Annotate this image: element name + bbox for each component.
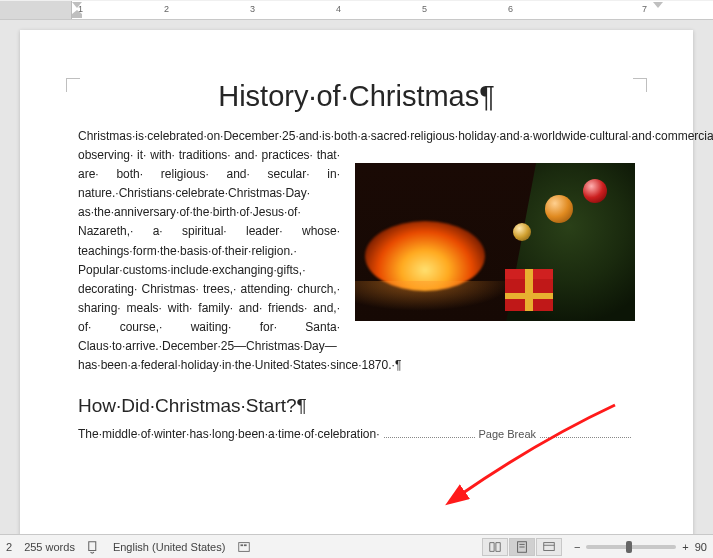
ruler-number: 2 — [164, 4, 169, 14]
margin-crop-mark — [633, 78, 647, 92]
view-print-layout-button[interactable] — [509, 538, 535, 556]
ruler-number: 4 — [336, 4, 341, 14]
status-bar: 2 255 words English (United States) − + … — [0, 534, 713, 558]
image-ornament-small — [513, 223, 531, 241]
zoom-value[interactable]: 90 — [695, 541, 707, 553]
zoom-out-button[interactable]: − — [574, 541, 580, 553]
ruler-number: 5 — [422, 4, 427, 14]
ruler-track[interactable]: 1 2 3 4 5 6 7 — [72, 1, 713, 19]
view-read-mode-button[interactable] — [482, 538, 508, 556]
document-title[interactable]: History·of·Christmas¶ — [78, 80, 635, 113]
document-body[interactable]: Christmas·is·celebrated·on·December·25·a… — [78, 127, 635, 375]
status-accessibility[interactable] — [237, 540, 251, 554]
paragraph-text[interactable]: Claus·to·arrive.·December·25—Christmas·D… — [78, 337, 635, 374]
status-word-count[interactable]: 255 words — [24, 541, 75, 553]
horizontal-ruler[interactable]: 1 2 3 4 5 6 7 — [0, 0, 713, 20]
image-fire-glow — [355, 281, 515, 311]
page-break-leader-dots — [540, 430, 631, 438]
ruler-number: 3 — [250, 4, 255, 14]
document-scroll-area[interactable]: History·of·Christmas¶ Christmas·is·celeb… — [0, 20, 713, 534]
web-layout-icon — [542, 540, 556, 554]
margin-crop-mark — [66, 78, 80, 92]
view-mode-buttons — [482, 538, 562, 556]
word-count-value: 255 words — [24, 541, 75, 553]
svg-rect-1 — [241, 544, 244, 546]
read-mode-icon — [488, 540, 502, 554]
ruler-number: 6 — [508, 4, 513, 14]
document-page[interactable]: History·of·Christmas¶ Christmas·is·celeb… — [20, 30, 693, 534]
paragraph-text[interactable]: Christmas·is·celebrated·on·December·25·a… — [78, 127, 635, 146]
zoom-slider[interactable] — [586, 545, 676, 549]
ruler-number: 7 — [642, 4, 647, 14]
status-spellcheck[interactable] — [87, 540, 101, 554]
language-value: English (United States) — [113, 541, 226, 553]
zoom-control: − + 90 — [574, 541, 707, 553]
zoom-slider-thumb[interactable] — [626, 541, 632, 553]
print-layout-icon — [515, 540, 529, 554]
page-break-leader-dots — [384, 430, 475, 438]
svg-rect-6 — [544, 542, 555, 550]
svg-rect-2 — [244, 544, 247, 546]
page-number-value: 2 — [6, 541, 12, 553]
page-break-line[interactable]: The·middle·of·winter·has·long·been·a·tim… — [78, 427, 635, 441]
svg-rect-0 — [239, 542, 250, 551]
accessibility-icon — [237, 540, 251, 554]
ruler-left-margin — [0, 1, 72, 19]
image-ornament-red — [583, 179, 607, 203]
image-ornament-gold — [545, 195, 573, 223]
image-gift-ribbon — [505, 293, 553, 299]
document-heading-2[interactable]: How·Did·Christmas·Start?¶ — [78, 395, 635, 417]
view-web-layout-button[interactable] — [536, 538, 562, 556]
inline-image-christmas[interactable] — [355, 163, 635, 321]
paragraph-text[interactable]: The·middle·of·winter·has·long·been·a·tim… — [78, 427, 380, 441]
zoom-in-button[interactable]: + — [682, 541, 688, 553]
status-page-number[interactable]: 2 — [6, 541, 12, 553]
paragraph-text-wrapped[interactable]: observing· it· with· traditions· and· pr… — [78, 146, 340, 338]
page-break-label: Page Break — [479, 428, 536, 440]
status-language[interactable]: English (United States) — [113, 541, 226, 553]
spellcheck-icon — [87, 540, 101, 554]
